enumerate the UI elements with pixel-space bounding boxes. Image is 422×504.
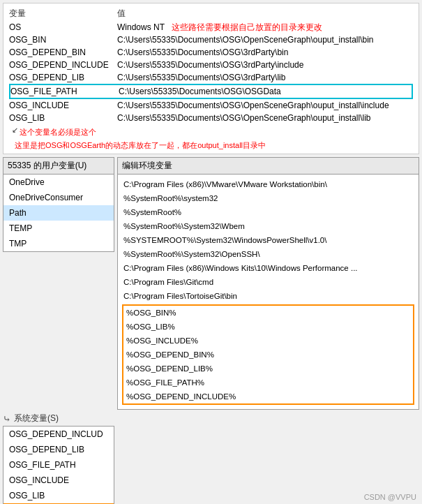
var-value-cell: C:\Users\55335\Documents\OSG\3rdParty\bi… (117, 46, 413, 59)
var-name-cell: OSG_INCLUDE (9, 99, 117, 112)
user-var-item[interactable]: Path (3, 205, 114, 221)
var-name-cell: OS (9, 21, 117, 34)
path-item[interactable]: %OSG_INCLUDE% (123, 334, 413, 348)
edit-env-panel: 编辑环境变量 C:\Program Files (x86)\VMware\VMw… (117, 157, 419, 410)
var-value-cell: C:\Users\55335\Documents\OSG\OpenSceneGr… (117, 34, 413, 46)
user-var-item[interactable]: TMP (3, 236, 114, 251)
path-item[interactable]: %SystemRoot% (121, 205, 416, 219)
user-panel-header: 55335 的用户变量(U) (3, 158, 114, 175)
user-var-item[interactable]: OneDriveConsumer (3, 190, 114, 205)
orange-path-group: %OSG_BIN%%OSG_LIB%%OSG_INCLUDE%%OSG_DEPE… (122, 304, 414, 405)
user-var-item[interactable]: TEMP (3, 221, 114, 236)
path-item[interactable]: C:\Program Files\TortoiseGit\bin (121, 289, 416, 303)
path-item[interactable]: %OSG_LIB% (123, 320, 413, 334)
path-list: C:\Program Files (x86)\VMware\VMware Wor… (118, 175, 419, 409)
sys-var-item[interactable]: OSG_DEPEND_LIB (3, 442, 114, 457)
path-item[interactable]: %OSG_BIN% (123, 306, 413, 320)
sys-var-list: OSG_DEPEND_INCLUDOSG_DEPEND_LIBOSG_FILE_… (3, 427, 114, 504)
var-value-cell: C:\Users\55335\Documents\OSG\OSGData (119, 85, 412, 98)
var-name-cell: OSG_DEPEND_LIB (9, 71, 117, 84)
user-var-item[interactable]: OneDrive (3, 175, 114, 190)
sys-var-item[interactable]: OSG_DEPEND_INCLUD (3, 427, 114, 442)
path-item[interactable]: %OSG_FILE_PATH% (123, 376, 413, 390)
var-name-cell: OSG_FILE_PATH (10, 85, 119, 98)
path-item[interactable]: C:\Program Files (x86)\VMware\VMware Wor… (121, 177, 416, 191)
var-value-cell: C:\Users\55335\Documents\OSG\3rdParty\in… (117, 59, 413, 71)
path-item[interactable]: %SystemRoot%\System32\Wbem (121, 219, 416, 233)
var-value-cell: C:\Users\55335\Documents\OSG\3rdParty\li… (117, 71, 413, 84)
sys-var-item[interactable]: OSG_LIB (3, 488, 114, 503)
path-item[interactable]: %OSG_DEPEND_LIB% (123, 362, 413, 376)
var-name-cell: OSG_LIB (9, 112, 117, 124)
path-item[interactable]: %SystemRoot%\system32 (121, 191, 416, 205)
edit-panel-header: 编辑环境变量 (118, 158, 419, 175)
path-item[interactable]: %OSG_DEPEND_BIN% (123, 348, 413, 362)
annotation-block: ↙ 这个变量名必须是这个 (9, 126, 413, 138)
table-header: 变量 值 (9, 6, 413, 21)
path-item[interactable]: C:\Program Files\Git\cmd (121, 275, 416, 289)
annotation2-block: 这里是把OSG和OSGEarth的动态库放在了一起，都在output_insta… (9, 139, 413, 151)
top-env-table: 变量 值 OSWindows NT 这些路径需要根据自己放置的目录来更改OSG_… (3, 3, 419, 154)
var-value-cell: C:\Users\55335\Documents\OSG\OpenSceneGr… (117, 112, 413, 124)
sys-section-label: 系统变量(S) (14, 413, 59, 424)
path-item[interactable]: %OSG_DEPEND_INCLUDE% (123, 390, 413, 403)
header-var-label: 变量 (9, 8, 117, 20)
annotation1-text: 这个变量名必须是这个 (20, 127, 96, 138)
path-item[interactable]: %SystemRoot%\System32\OpenSSH\ (121, 247, 416, 261)
path-item[interactable]: %SYSTEMROOT%\System32\WindowsPowerShell\… (121, 233, 416, 247)
sys-var-panel: OSG_DEPEND_INCLUDOSG_DEPEND_LIBOSG_FILE_… (3, 426, 114, 504)
user-var-list: OneDriveOneDriveConsumerPathTEMPTMP (3, 175, 114, 251)
watermark-text: CSDN @VVPU (364, 493, 416, 501)
var-value-cell: C:\Users\55335\Documents\OSG\OpenSceneGr… (117, 99, 413, 112)
annotation2-text: 这里是把OSG和OSGEarth的动态库放在了一起，都在output_insta… (15, 140, 266, 151)
var-name-cell: OSG_DEPEND_INCLUDE (9, 59, 117, 71)
header-val-label: 值 (117, 8, 413, 20)
var-table: OSWindows NT 这些路径需要根据自己放置的目录来更改OSG_BINC:… (9, 21, 413, 124)
path-item[interactable]: C:\Program Files (x86)\Windows Kits\10\W… (121, 261, 416, 275)
var-value-cell: Windows NT 这些路径需要根据自己放置的目录来更改 (117, 21, 413, 34)
var-name-cell: OSG_BIN (9, 34, 117, 46)
arrow-icon: ⤷ (3, 413, 11, 424)
var-name-cell: OSG_DEPEND_BIN (9, 46, 117, 59)
sys-var-item[interactable]: OSG_FILE_PATH (3, 457, 114, 473)
user-var-panel: 55335 的用户变量(U) OneDriveOneDriveConsumerP… (3, 157, 114, 252)
sys-var-item[interactable]: OSG_INCLUDE (3, 473, 114, 488)
